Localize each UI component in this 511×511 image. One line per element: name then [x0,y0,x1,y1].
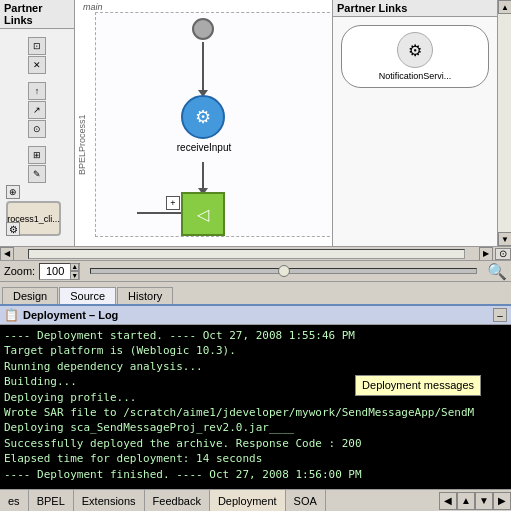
nav-icon-4[interactable]: ↗ [28,101,46,119]
nav-icon-6[interactable]: ⊞ [28,146,46,164]
main-container: Partner Links ⊡ ✕ ↑ ↗ ⊙ ⊞ ✎ ⊕ [0,0,511,511]
bpel-process-label: BPELProcess1 [77,55,87,175]
zoom-magnify-icon[interactable]: 🔍 [487,262,507,281]
log-line-3: Running dependency analysis... [4,359,507,374]
status-tab-bpel[interactable]: BPEL [29,490,74,511]
log-line-7: Deploying sca_SendMessageProj_rev2.0.jar… [4,420,507,435]
left-panel: Partner Links ⊡ ✕ ↑ ↗ ⊙ ⊞ ✎ ⊕ [0,0,75,246]
nav-down-btn[interactable]: ▼ [475,492,493,510]
nav-icon-2[interactable]: ✕ [28,56,46,74]
status-tab-soa[interactable]: SOA [286,490,326,511]
nav-icon-7[interactable]: ✎ [28,165,46,183]
horizontal-scrollbar: ◀ ▶ ⊙ [0,246,511,260]
nav-icon-3[interactable]: ↑ [28,82,46,100]
green-activity-node[interactable]: ◁ [181,192,225,236]
notification-icon: ⚙ [397,32,433,68]
partner-links-right-label: Partner Links [333,0,497,17]
tab-history[interactable]: History [117,287,173,304]
main-label: main [83,2,103,12]
zoom-bar: Zoom: ▲ ▼ 🔍 [0,260,511,282]
log-minimize-btn[interactable]: – [493,308,507,322]
tab-source[interactable]: Source [59,287,116,304]
nav-icon-1[interactable]: ⊡ [28,37,46,55]
zoom-down-btn[interactable]: ▼ [70,271,79,280]
canvas-area: Partner Links ⊡ ✕ ↑ ↗ ⊙ ⊞ ✎ ⊕ [0,0,511,246]
tab-bar: Design Source History [0,282,511,304]
zoom-slider-thumb[interactable] [278,265,290,277]
log-line-6: Wrote SAR file to /scratch/aime1/jdevelo… [4,405,507,420]
zoom-input[interactable] [40,265,70,277]
scroll-right-btn[interactable]: ▶ [479,247,493,261]
log-content: ---- Deployment started. ---- Oct 27, 20… [0,325,511,489]
status-tab-deployment[interactable]: Deployment [210,490,286,511]
scroll-down-btn[interactable]: ▼ [498,232,511,246]
receive-node[interactable]: ⚙ [181,95,225,139]
right-scrollbar: ▲ ▼ [497,0,511,246]
left-toolbar: ⊡ ✕ ↑ ↗ ⊙ ⊞ ✎ [26,31,48,185]
scroll-h-track[interactable] [28,249,465,259]
receive-icon: ⚙ [195,106,211,128]
arrow-1 [202,42,204,92]
status-tab-extensions[interactable]: Extensions [74,490,145,511]
deployment-tooltip: Deployment messages [355,375,481,396]
connect-line [137,212,181,214]
center-canvas: main BPELProcess1 ⚙ receiveInput ◁ [75,0,332,246]
zoom-label: Zoom: [4,265,35,277]
nav-up-btn[interactable]: ▲ [457,492,475,510]
log-line-1: ---- Deployment started. ---- Oct 27, 20… [4,328,507,343]
expand-btn[interactable]: + [166,196,180,210]
log-panel: 📋 Deployment – Log – ---- Deployment sta… [0,304,511,489]
receive-label: receiveInput [159,142,249,153]
tab-design[interactable]: Design [2,287,58,304]
zoom-up-btn[interactable]: ▲ [70,263,79,271]
log-title: Deployment – Log [23,309,118,321]
scroll-left-btn[interactable]: ◀ [0,247,14,261]
partner-links-left-label: Partner Links [0,0,74,29]
process-icon-left: ⚙ [6,222,20,236]
zoom-slider[interactable] [90,268,477,274]
status-bar: es BPEL Extensions Feedback Deployment S… [0,489,511,511]
gear-icon: ⚙ [408,41,422,60]
status-tab-feedback[interactable]: Feedback [145,490,210,511]
log-line-2: Target platform is (Weblogic 10.3). [4,343,507,358]
log-line-9: Elapsed time for deployment: 14 seconds [4,451,507,466]
log-line-8: Successfully deployed the archive. Respo… [4,436,507,451]
scroll-track-right[interactable] [498,14,511,232]
notification-label: NotificationServi... [379,71,452,81]
nav-prev-btn[interactable]: ◀ [439,492,457,510]
arrow-2 [202,162,204,190]
right-panel: Partner Links ⚙ NotificationServi... [332,0,497,246]
status-tab-es[interactable]: es [0,490,29,511]
nav-icon-5[interactable]: ⊙ [28,120,46,138]
log-title-bar: 📋 Deployment – Log – [0,306,511,325]
activity-icon: ◁ [197,205,209,224]
log-icon: 📋 [4,308,19,322]
nav-next-btn[interactable]: ▶ [493,492,511,510]
nav-buttons: ◀ ▲ ▼ ▶ [439,492,511,510]
start-node[interactable] [192,18,214,40]
notification-box[interactable]: ⚙ NotificationServi... [341,25,489,88]
zoom-fit-btn[interactable]: ⊙ [495,248,511,260]
scroll-up-btn[interactable]: ▲ [498,0,511,14]
log-line-10: ---- Deployment finished. ---- Oct 27, 2… [4,467,507,482]
expand-left-btn[interactable]: ⊕ [6,185,20,199]
